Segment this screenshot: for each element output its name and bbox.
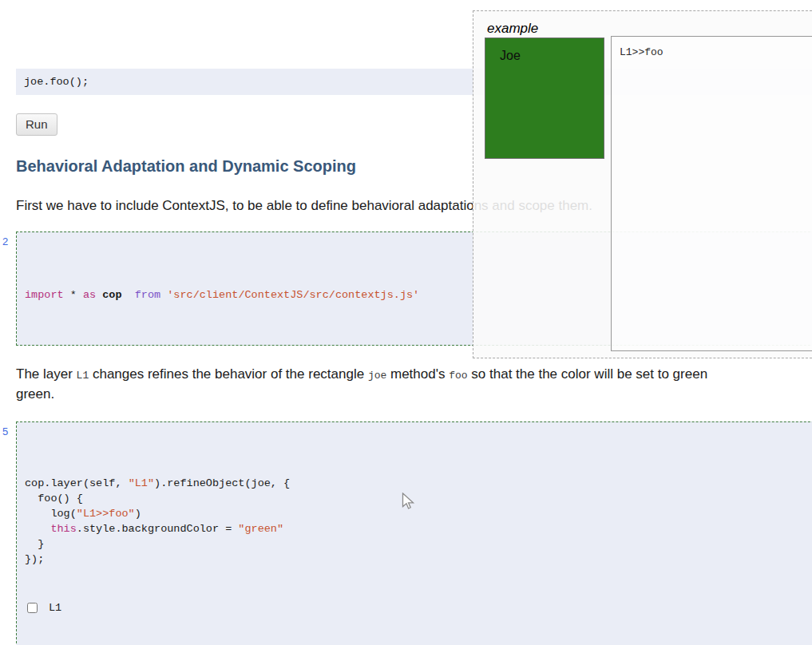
paragraph-line1: The layer L1 changes refines the behavio…: [16, 366, 707, 382]
code-lines: cop.layer(self, "L1").refineObject(joe, …: [25, 476, 812, 567]
paragraph-layer-l1: The layer L1 changes refines the behavio…: [16, 365, 812, 403]
example-window: example Joe L1>>foo: [473, 10, 812, 358]
line-number: 2: [2, 234, 8, 249]
code-cell-refine-object[interactable]: 5 cop.layer(self, "L1").refineObject(joe…: [16, 421, 812, 645]
log-output-panel: L1>>foo: [611, 36, 812, 351]
paragraph-line2: green.: [16, 386, 54, 402]
layer-l1-checkbox[interactable]: [27, 603, 38, 613]
mouse-cursor-icon: [402, 493, 416, 512]
example-window-title: example: [487, 21, 538, 37]
code-text: joe.foo();: [24, 76, 89, 88]
joe-rectangle[interactable]: Joe: [485, 38, 604, 159]
line-number: 5: [2, 424, 8, 439]
layer-l1-label: L1: [49, 600, 61, 615]
run-button[interactable]: Run: [16, 113, 57, 136]
layer-toggle-row: L1: [25, 599, 812, 615]
